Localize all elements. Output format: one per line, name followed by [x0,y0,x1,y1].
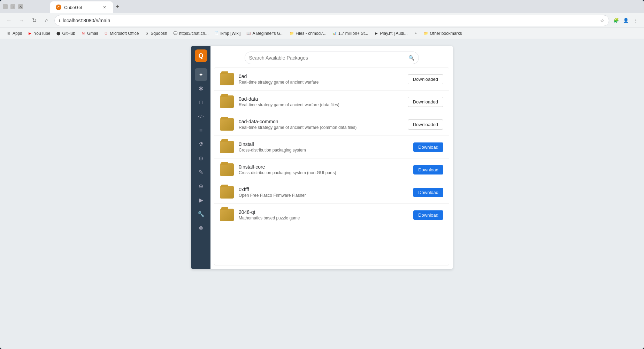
bookmark-label: GitHub [62,31,75,36]
download-button[interactable]: Download [413,165,443,174]
sidebar-item-home[interactable]: ✦ [195,68,207,81]
books-icon: ≡ [199,127,202,133]
downloaded-button[interactable]: Downloaded [408,74,443,84]
bookmark-favicon: 📊 [332,31,337,36]
bookmark-label: lkmp [Wiki] [220,31,240,36]
package-info: 0ad-data-common Real-time strategy game … [239,119,403,130]
extensions-icon[interactable]: 🧩 [612,16,620,25]
refresh-button[interactable]: ↻ [29,16,39,25]
sidebar-item-books[interactable]: ≡ [195,124,207,137]
bookmark-label: A Beginner's G... [252,31,284,36]
list-item: 0ad-data Real-time strategy game of anci… [214,91,449,113]
download-button[interactable]: Download [413,142,443,152]
search-icon: 🔍 [408,55,414,61]
more-menu-icon[interactable]: ⋮ [631,16,640,25]
tab-title: CubeGet [64,5,82,10]
sidebar-item-extensions[interactable]: ✱ [195,82,207,95]
bookmark-files[interactable]: 📁 Files - chmod7... [287,30,329,37]
bookmark-office[interactable]: O Microsoft Office [101,30,141,37]
package-desc: Mathematics based puzzle game [239,216,408,220]
address-bar-row: ← → ↻ ⌂ ℹ localhost:8080/#/main ☆ 🧩 👤 ⋮ [0,13,644,28]
bookmark-favicon: 📁 [289,31,294,36]
package-icon [220,73,234,85]
bookmark-apps[interactable]: ⊞ Apps [4,30,24,37]
bookmark-label: Play.ht | Audi... [380,31,408,36]
download-button[interactable]: Download [413,188,443,197]
address-lock-icon: ℹ [59,18,61,23]
bookmark-favicon: ▶ [374,31,379,36]
home-button[interactable]: ⌂ [42,16,52,25]
bookmark-favicon: ⊞ [6,31,11,36]
profile-icon[interactable]: 👤 [622,16,630,25]
sidebar-item-games[interactable]: ⊙ [195,152,207,164]
address-text: localhost:8080/#/main [63,18,598,23]
bookmark-million[interactable]: 📊 1.7 million+ St... [330,30,370,37]
bookmark-beginner[interactable]: 📖 A Beginner's G... [244,30,286,37]
bookmark-gmail[interactable]: M Gmail [79,30,100,37]
title-bar: — □ ✕ C CubeGet ✕ + [0,0,644,13]
close-button[interactable]: ✕ [18,4,23,9]
package-name: 0install [239,141,408,147]
bookmark-other[interactable]: 📁 Other bookmarks [421,30,464,37]
bookmark-favicon: 💬 [173,31,178,36]
wrench-icon: 🔧 [198,211,205,217]
bookmark-lkmp[interactable]: 📄 lkmp [Wiki] [212,30,243,37]
new-tab-button[interactable]: + [113,2,122,12]
tab-close-button[interactable]: ✕ [102,5,107,10]
sidebar-item-settings[interactable]: 🔧 [195,208,207,220]
address-bar[interactable]: ℹ localhost:8080/#/main ☆ [54,15,609,26]
list-item: 0install Cross-distribution packaging sy… [214,136,449,158]
bookmark-favicon: 📄 [214,31,219,36]
bookmark-playht[interactable]: ▶ Play.ht | Audi... [372,30,410,37]
back-button[interactable]: ← [4,16,14,25]
package-name: 0ad-data [239,96,403,102]
sidebar-logo[interactable]: Q [195,49,207,62]
bookmark-label: YouTube [34,31,50,36]
package-info: 0xffff Open Free Fiasco Firmware Flasher [239,187,408,198]
bookmark-favicon: » [413,31,418,36]
sidebar-item-tools[interactable]: ✎ [195,166,207,178]
bookmark-favicon: S [144,31,149,36]
maximize-button[interactable]: □ [10,4,15,9]
package-desc: Real-time strategy game of ancient warfa… [239,102,403,107]
downloaded-button[interactable]: Downloaded [408,119,443,130]
sidebar-item-web[interactable]: ⊗ [195,222,207,234]
package-desc: Real-time strategy game of ancient warfa… [239,125,403,130]
bookmark-squoosh[interactable]: S Squoosh [142,30,169,37]
main-content: 🔍 0ad Real-time strategy game of ancient… [210,46,453,269]
search-bar-container: 🔍 [210,46,453,68]
list-item: 0xffff Open Free Fiasco Firmware Flasher… [214,181,449,204]
sidebar-item-plugins[interactable]: ⊕ [195,180,207,192]
search-input[interactable] [249,55,406,61]
sidebar-item-software[interactable]: □ [195,96,207,109]
sidebar-item-science[interactable]: ⚗ [195,138,207,150]
package-icon [220,118,234,131]
bookmark-favicon: O [104,31,108,36]
bookmark-star-icon[interactable]: ☆ [600,18,605,23]
software-icon: □ [199,99,203,106]
list-item: 2048-qt Mathematics based puzzle game Do… [214,204,449,226]
bookmark-chat[interactable]: 💬 https://chat.ch... [171,30,211,37]
package-info: 0install-core Cross-distribution packagi… [239,164,408,175]
bookmark-more[interactable]: » [411,30,420,37]
active-tab[interactable]: C CubeGet ✕ [50,1,113,13]
package-info: 0install Cross-distribution packaging sy… [239,141,408,153]
package-desc: Open Free Fiasco Firmware Flasher [239,193,408,198]
tools-icon: ✎ [199,169,203,176]
package-info: 0ad Real-time strategy game of ancient w… [239,73,403,85]
downloaded-button[interactable]: Downloaded [408,97,443,107]
browser-window: — □ ✕ C CubeGet ✕ + ← → ↻ ⌂ ℹ localhost:… [0,0,644,349]
bookmark-label: Files - chmod7... [296,31,327,36]
bookmark-favicon: M [81,31,86,36]
package-desc: Cross-distribution packaging system [239,148,408,153]
bookmark-label: Other bookmarks [430,31,462,36]
bookmark-youtube[interactable]: ▶ YouTube [25,30,52,37]
forward-button[interactable]: → [17,16,26,25]
sidebar-item-media[interactable]: ▶ [195,194,207,206]
package-name: 0install-core [239,164,408,170]
bookmark-github[interactable]: ⬤ GitHub [54,30,77,37]
sidebar: Q ✦ ✱ □ </> ≡ ⚗ [191,46,210,269]
minimize-button[interactable]: — [3,4,8,9]
download-button[interactable]: Download [413,210,443,220]
sidebar-item-code[interactable]: </> [195,110,207,123]
